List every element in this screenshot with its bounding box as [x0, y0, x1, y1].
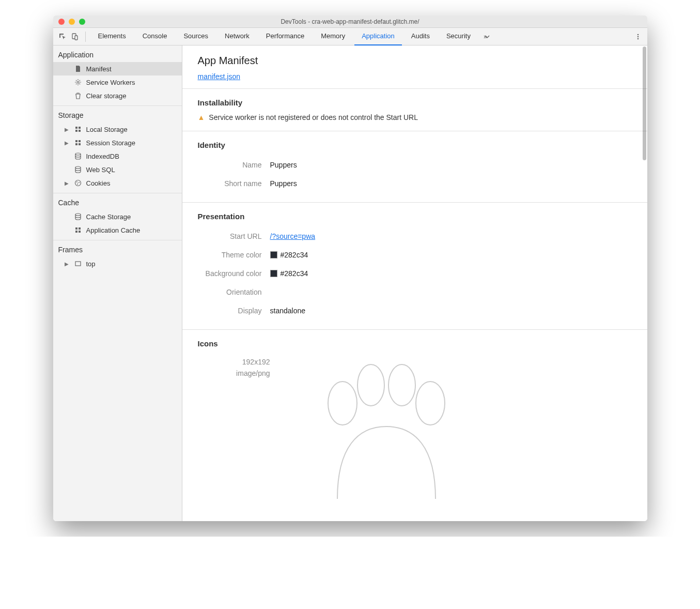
sidebar-item-label: Manifest [86, 65, 112, 73]
document-icon [74, 65, 82, 73]
tab-sources[interactable]: Sources [176, 28, 215, 45]
warning-icon: ▲ [198, 113, 205, 121]
sidebar-item-label: Cache Storage [86, 213, 131, 221]
kv-label: Theme color [198, 251, 270, 259]
content-area: Application Manifest Service Workers Cle… [53, 45, 647, 521]
sidebar-item-web-sql[interactable]: Web SQL [53, 163, 182, 176]
sidebar-item-manifest[interactable]: Manifest [53, 62, 182, 75]
sidebar-header-frames: Frames [53, 240, 182, 257]
grid-icon [74, 139, 82, 147]
sidebar-item-label: Session Storage [86, 139, 135, 147]
presentation-start-url-row: Start URL /?source=pwa [198, 227, 632, 246]
icons-meta: 192x192 image/png [198, 354, 270, 499]
sidebar-header-cache: Cache [53, 193, 182, 210]
kv-label: Name [198, 161, 270, 169]
window-titlebar: DevTools - cra-web-app-manifest-defaut.g… [53, 16, 647, 28]
tab-performance[interactable]: Performance [259, 28, 312, 45]
kv-value: #282c34 [270, 251, 308, 259]
tab-audits[interactable]: Audits [404, 28, 437, 45]
svg-rect-8 [79, 127, 81, 129]
icon-size-text: 192x192 [198, 356, 270, 368]
svg-point-29 [388, 364, 415, 406]
svg-rect-25 [79, 231, 81, 233]
svg-point-21 [75, 214, 81, 216]
sidebar-item-application-cache[interactable]: Application Cache [53, 223, 182, 237]
device-toggle-icon[interactable] [70, 32, 80, 42]
sidebar-group-application: Application Manifest Service Workers Cle… [53, 45, 182, 106]
kv-value: Puppers [270, 161, 297, 169]
tab-application[interactable]: Application [354, 28, 402, 45]
theme-color-text: #282c34 [281, 251, 308, 259]
sidebar-item-service-workers[interactable]: Service Workers [53, 75, 182, 89]
sidebar-group-cache: Cache Cache Storage Application Cache [53, 193, 182, 240]
sidebar-item-label: Service Workers [86, 79, 135, 86]
zoom-window-button[interactable] [79, 19, 85, 25]
sidebar-item-cache-storage[interactable]: Cache Storage [53, 210, 182, 223]
database-icon [74, 152, 82, 160]
installability-warning: ▲ Service worker is not registered or do… [198, 113, 632, 121]
kv-label: Display [198, 307, 270, 315]
frame-icon [74, 260, 82, 268]
sidebar-group-storage: Storage ▶ Local Storage ▶ Session Storag… [53, 106, 182, 193]
chevron-right-icon: ▶ [65, 140, 70, 146]
svg-rect-11 [75, 140, 77, 142]
tab-console[interactable]: Console [135, 28, 175, 45]
window-title: DevTools - cra-web-app-manifest-defaut.g… [53, 18, 647, 25]
sidebar-item-top-frame[interactable]: ▶ top [53, 257, 182, 270]
sidebar-item-cookies[interactable]: ▶ Cookies [53, 176, 182, 190]
presentation-panel: Presentation Start URL /?source=pwa Them… [182, 202, 647, 329]
svg-rect-1 [75, 36, 77, 40]
svg-point-6 [77, 81, 79, 83]
theme-color-swatch [270, 251, 277, 258]
sidebar-group-frames: Frames ▶ top [53, 240, 182, 273]
devtools-tabbar: Elements Console Sources Network Perform… [53, 28, 647, 45]
inspect-element-icon[interactable] [57, 32, 68, 42]
tabs-overflow-icon[interactable]: » [482, 32, 492, 42]
kv-value: standalone [270, 307, 306, 315]
kv-label: Short name [198, 179, 270, 188]
close-window-button[interactable] [58, 19, 65, 25]
window-controls [58, 19, 85, 25]
tab-network[interactable]: Network [217, 28, 257, 45]
svg-rect-14 [79, 143, 81, 145]
sidebar-item-label: Web SQL [86, 166, 115, 174]
start-url-link[interactable]: /?source=pwa [270, 232, 316, 240]
cookie-icon [74, 179, 82, 187]
svg-point-5 [637, 38, 639, 39]
svg-rect-7 [75, 127, 77, 129]
grid-icon [74, 226, 82, 234]
chevron-right-icon: ▶ [65, 180, 70, 186]
sidebar-item-local-storage[interactable]: ▶ Local Storage [53, 123, 182, 136]
panel-title-installability: Installability [198, 98, 632, 107]
kebab-menu-icon[interactable] [633, 32, 643, 42]
minimize-window-button[interactable] [69, 19, 75, 25]
svg-rect-10 [79, 130, 81, 132]
identity-name-row: Name Puppers [198, 156, 632, 174]
devtools-window: DevTools - cra-web-app-manifest-defaut.g… [53, 16, 647, 521]
presentation-background-color-row: Background color #282c34 [198, 264, 632, 283]
svg-point-3 [637, 34, 639, 35]
presentation-display-row: Display standalone [198, 301, 632, 320]
sidebar-item-label: Local Storage [86, 126, 128, 133]
chevron-right-icon: ▶ [65, 127, 70, 132]
manifest-link[interactable]: manifest.json [198, 72, 240, 81]
sidebar-header-storage: Storage [53, 106, 182, 123]
svg-point-27 [328, 382, 357, 425]
sidebar-item-label: Clear storage [86, 92, 127, 100]
sidebar-item-indexeddb[interactable]: IndexedDB [53, 149, 182, 163]
database-icon [74, 212, 82, 221]
tab-security[interactable]: Security [439, 28, 478, 45]
sidebar-item-session-storage[interactable]: ▶ Session Storage [53, 136, 182, 149]
svg-point-28 [357, 364, 384, 406]
panel-title-presentation: Presentation [198, 212, 632, 221]
svg-point-30 [416, 382, 445, 425]
grid-icon [74, 125, 82, 133]
tab-memory[interactable]: Memory [314, 28, 352, 45]
scrollbar-thumb[interactable] [643, 47, 646, 160]
tab-elements[interactable]: Elements [91, 28, 133, 45]
panel-title-identity: Identity [198, 141, 632, 149]
sidebar-item-clear-storage[interactable]: Clear storage [53, 89, 182, 102]
svg-rect-26 [75, 262, 81, 266]
manifest-icon-image [286, 354, 482, 499]
sidebar-item-label: top [86, 260, 96, 268]
